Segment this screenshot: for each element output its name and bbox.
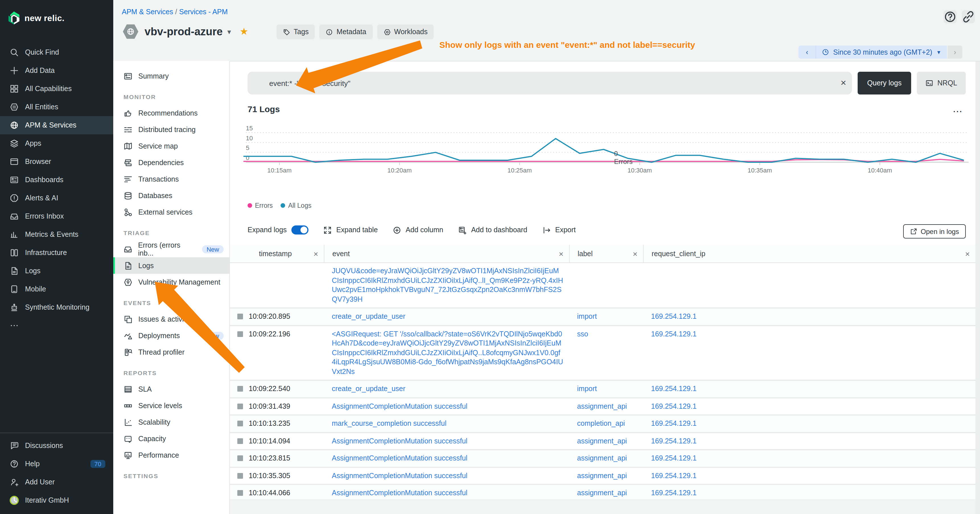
table-row[interactable]: JUQVU&code=eyJraWQiOiJjcGltY29yZV8wOTI1M… (229, 263, 975, 309)
cell-event-link[interactable]: <ASGIRequest: GET '/sso/callback/?state=… (324, 326, 569, 380)
log-query-input[interactable] (248, 72, 852, 94)
add-column-button[interactable]: Add column (393, 226, 443, 234)
sidebar-item-discussions[interactable]: Discussions (0, 437, 113, 455)
table-row[interactable]: 10:09:31.439AssignmentCompletionMutation… (229, 398, 975, 415)
table-row[interactable]: 10:10:13.235mark_course_completion succe… (229, 415, 975, 433)
subnav-item-scalability[interactable]: Scalability (113, 414, 229, 430)
export-button[interactable]: Export (542, 226, 576, 234)
time-back-button[interactable]: ‹ (799, 46, 816, 59)
cell-event-link[interactable]: create_or_update_user (324, 309, 569, 325)
cell-label-link[interactable] (569, 263, 643, 270)
subnav-item-issues-activity[interactable]: Issues & activity (113, 311, 229, 327)
subnav-item-transactions[interactable]: Transactions (113, 171, 229, 187)
cell-request-client-ip-link[interactable]: 169.254.129.1 (643, 381, 975, 397)
subnav-item-capacity[interactable]: Capacity (113, 430, 229, 447)
subnav-item-errors-errors-inb[interactable]: Errors (errors inb...New (113, 241, 229, 257)
open-in-logs-button[interactable]: Open in logs (903, 224, 966, 239)
table-row[interactable]: 10:10:35.305AssignmentCompletionMutation… (229, 468, 975, 485)
sidebar-item-apps[interactable]: Apps (0, 134, 113, 153)
cell-request-client-ip-link[interactable]: 169.254.129.1 (643, 326, 975, 342)
subnav-item-summary[interactable]: Summary (113, 68, 229, 84)
cell-request-client-ip-link[interactable]: 169.254.129.1 (643, 415, 975, 432)
remove-column-button[interactable]: × (313, 249, 318, 258)
cell-request-client-ip-link[interactable]: 169.254.129.1 (643, 433, 975, 449)
cell-label-link[interactable]: import (569, 309, 643, 325)
favorite-star-icon[interactable]: ★ (240, 25, 248, 38)
sidebar-item-iterativ-gmbh[interactable]: Iterativ GmbH (0, 491, 113, 509)
cell-request-client-ip-link[interactable]: 169.254.129.1 (643, 485, 975, 501)
copy-link-button[interactable] (962, 10, 975, 23)
sidebar-item-quick-find[interactable]: Quick Find (0, 43, 113, 62)
expand-logs-toggle[interactable] (291, 225, 309, 234)
sidebar-item-alerts-ai[interactable]: Alerts & AI (0, 189, 113, 207)
sidebar-item-logs[interactable]: Logs (0, 262, 113, 280)
subnav-item-service-map[interactable]: Service map (113, 138, 229, 154)
cell-label-link[interactable]: assignment_api (569, 485, 643, 501)
help-circle-button[interactable] (943, 10, 957, 23)
table-row[interactable]: 10:10:14.094AssignmentCompletionMutation… (229, 433, 975, 450)
cell-label-link[interactable]: assignment_api (569, 398, 643, 414)
expand-table-button[interactable]: Expand table (323, 226, 378, 234)
breadcrumb-services-apm[interactable]: Services - APM (179, 8, 228, 16)
subnav-item-performance[interactable]: Performance (113, 447, 229, 463)
nrql-button[interactable]: NRQL (917, 72, 966, 94)
subnav-item-vulnerability-management[interactable]: Vulnerability Management (113, 274, 229, 290)
add-to-dashboard-button[interactable]: Add to dashboard (458, 226, 527, 234)
cell-event-link[interactable]: mark_course_completion successful (324, 415, 569, 432)
workloads-button[interactable]: Workloads (377, 24, 434, 39)
remove-column-button[interactable]: × (559, 249, 563, 258)
sidebar-item-errors-inbox[interactable]: Errors Inbox (0, 207, 113, 225)
subnav-item-distributed-tracing[interactable]: Distributed tracing (113, 121, 229, 138)
tags-button[interactable]: Tags (277, 24, 315, 39)
subnav-item-sla[interactable]: SLA (113, 381, 229, 397)
legend-item-all-logs[interactable]: All Logs (281, 202, 312, 209)
sidebar-item-help[interactable]: Help70 (0, 455, 113, 473)
subnav-item-logs[interactable]: Logs (113, 257, 229, 274)
sidebar-item-item[interactable] (0, 317, 113, 335)
subnav-item-service-levels[interactable]: Service levels (113, 397, 229, 414)
cell-event-link[interactable]: AssignmentCompletionMutation successful (324, 433, 569, 449)
remove-column-button[interactable]: × (633, 249, 637, 258)
subnav-item-external-services[interactable]: External services (113, 204, 229, 220)
cell-event-link[interactable]: create_or_update_user (324, 381, 569, 397)
cell-label-link[interactable]: assignment_api (569, 450, 643, 466)
table-row[interactable]: 10:09:20.895create_or_update_userimport1… (229, 309, 975, 326)
remove-column-button[interactable]: × (965, 249, 970, 258)
legend-item-errors[interactable]: Errors (248, 202, 273, 209)
sidebar-item-infrastructure[interactable]: Infrastructure (0, 243, 113, 262)
cell-label-link[interactable]: completion_api (569, 415, 643, 432)
query-logs-button[interactable]: Query logs (858, 72, 911, 94)
breadcrumb-apm-services[interactable]: APM & Services (122, 8, 173, 16)
cell-label-link[interactable]: assignment_api (569, 433, 643, 449)
cell-request-client-ip-link[interactable]: 169.254.129.1 (643, 398, 975, 414)
table-row[interactable]: 10:09:22.540create_or_update_userimport1… (229, 381, 975, 398)
sidebar-item-dashboards[interactable]: Dashboards (0, 171, 113, 189)
cell-event-link[interactable]: AssignmentCompletionMutation successful (324, 398, 569, 414)
subnav-item-thread-profiler[interactable]: Thread profiler (113, 344, 229, 360)
cell-event-link[interactable]: AssignmentCompletionMutation successful (324, 450, 569, 466)
cell-label-link[interactable]: import (569, 381, 643, 397)
cell-event-link[interactable]: AssignmentCompletionMutation successful (324, 468, 569, 484)
sidebar-item-all-entities[interactable]: All Entities (0, 98, 113, 116)
sidebar-item-all-capabilities[interactable]: All Capabilities (0, 80, 113, 98)
clear-query-button[interactable]: × (836, 76, 851, 91)
subnav-item-databases[interactable]: Databases (113, 187, 229, 204)
cell-label-link[interactable]: assignment_api (569, 468, 643, 484)
cell-request-client-ip-link[interactable]: 169.254.129.1 (643, 468, 975, 484)
time-range-button[interactable]: Since 30 minutes ago (GMT+2) ▼ (816, 46, 947, 59)
sidebar-item-add-user[interactable]: Add User (0, 473, 113, 491)
cell-event-link[interactable]: AssignmentCompletionMutation successful (324, 485, 569, 501)
new-relic-logo[interactable]: new relic. (0, 0, 113, 27)
sidebar-item-browser[interactable]: Browser (0, 153, 113, 171)
scrollbar-gutter[interactable] (975, 61, 980, 514)
subnav-item-dependencies[interactable]: Dependencies (113, 154, 229, 171)
cell-label-link[interactable]: sso (569, 326, 643, 342)
panel-menu-button[interactable]: ... (953, 105, 963, 114)
metadata-button[interactable]: Metadata (320, 24, 372, 39)
cell-request-client-ip-link[interactable]: 169.254.129.1 (643, 450, 975, 466)
sidebar-item-synthetic-monitoring[interactable]: Synthetic Monitoring (0, 298, 113, 317)
cell-request-client-ip-link[interactable]: 169.254.129.1 (643, 309, 975, 325)
expand-logs-button[interactable]: Expand logs (248, 225, 309, 234)
cell-event-link[interactable]: JUQVU&code=eyJraWQiOiJjcGltY29yZV8wOTI1M… (324, 263, 569, 307)
time-forward-button[interactable]: › (948, 46, 963, 59)
